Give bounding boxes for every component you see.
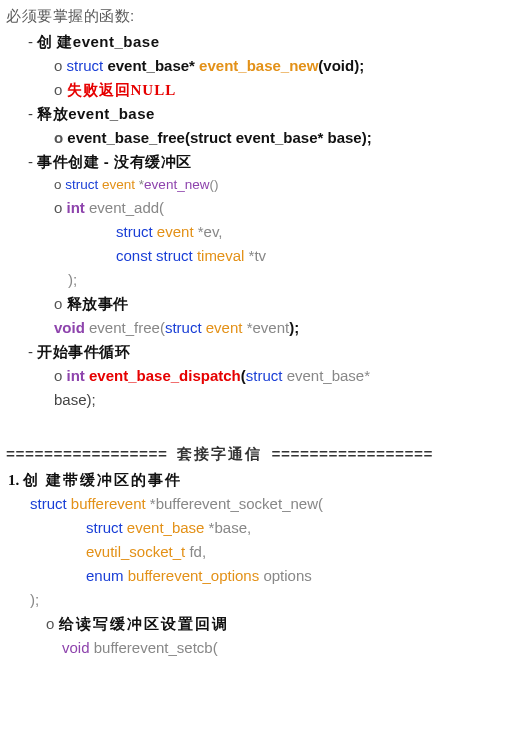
kw-void: void — [62, 639, 90, 656]
code-line: struct bufferevent *bufferevent_socket_n… — [8, 492, 505, 516]
fn-name: bufferevent_setcb — [94, 639, 213, 656]
args: (void); — [318, 57, 364, 74]
kw-struct: struct — [67, 57, 104, 74]
code-line: int event_base_dispatch(struct event_bas… — [54, 364, 505, 412]
arg-line: const struct timeval *tv — [54, 244, 505, 268]
open-paren: ( — [159, 199, 164, 216]
item-label: 释放event_base — [37, 105, 155, 122]
red-note: 失败返回NULL — [67, 82, 177, 98]
rest: *event — [247, 319, 290, 336]
code-line: struct event *event_new() — [54, 174, 505, 196]
rest: options — [263, 567, 311, 584]
type: event — [157, 223, 198, 240]
rest: fd, — [189, 543, 206, 560]
sub-heading: 释放事件 void event_free(struct event *event… — [54, 292, 505, 340]
fn-name: bufferevent_socket_new — [156, 495, 318, 512]
type: bufferevent — [71, 495, 150, 512]
kw-struct: struct — [246, 367, 283, 384]
arg-line: enum bufferevent_options options — [8, 564, 505, 588]
fn-name: event_add — [89, 199, 159, 216]
fn-name: event_base_dispatch — [89, 367, 241, 384]
item-label: 事件创建 - 没有缓冲区 — [37, 153, 191, 170]
item-label: 开始事件循环 — [37, 343, 130, 360]
kw-const: const struct — [116, 247, 193, 264]
code-line: void bufferevent_setcb( — [46, 636, 505, 660]
kw-struct: struct — [116, 223, 153, 240]
eq-right: ================= — [262, 447, 433, 464]
paren: () — [209, 177, 218, 192]
close-paren: ); — [54, 268, 505, 292]
type: event_base* — [107, 57, 199, 74]
rest: *base, — [209, 519, 252, 536]
item-label: 创 建带缓冲区的事件 — [23, 472, 182, 488]
kw-int: int — [67, 367, 85, 384]
kw-struct: struct — [165, 319, 202, 336]
type: event — [102, 177, 139, 192]
item-event-create: 事件创建 - 没有缓冲区 struct event *event_new() i… — [28, 150, 505, 340]
open-paren: ( — [318, 495, 323, 512]
type: event_base — [127, 519, 209, 536]
fn-name: event_free — [89, 319, 160, 336]
code-line: void event_free(struct event *event); — [54, 316, 505, 340]
kw-struct: struct — [86, 519, 123, 536]
item-bufferevent: 1. 创 建带缓冲区的事件 struct bufferevent *buffer… — [8, 468, 505, 660]
kw-struct: struct — [30, 495, 67, 512]
code-line: event_base_free(struct event_base* base)… — [54, 126, 505, 150]
arg-line: evutil_socket_t fd, — [8, 540, 505, 564]
code-line-2: base); — [54, 388, 505, 412]
eq-left: ================= — [6, 447, 177, 464]
type: timeval — [197, 247, 249, 264]
divider-title: 套接字通信 — [177, 446, 262, 462]
kw-enum: enum — [86, 567, 124, 584]
code-line: int event_add( struct event *ev, const s… — [54, 196, 505, 292]
rest: event_base* — [287, 367, 370, 384]
num-marker: 1. — [8, 472, 19, 488]
arg-line: struct event_base *base, — [8, 516, 505, 540]
sub-heading: 给读写缓冲区设置回调 void bufferevent_setcb( — [46, 612, 505, 660]
kw-void: void — [54, 319, 85, 336]
divider-line: ================= 套接字通信 ================… — [6, 442, 505, 468]
rest: *tv — [249, 247, 267, 264]
type: event — [206, 319, 247, 336]
rest: *ev, — [198, 223, 223, 240]
fn-name: event_base_new — [199, 57, 318, 74]
label: 给读写缓冲区设置回调 — [59, 616, 229, 632]
kw-int: int — [67, 199, 85, 216]
item-free-base: 释放event_base event_base_free(struct even… — [28, 102, 505, 150]
code-line: struct event_base* event_base_new(void); — [54, 54, 505, 78]
fn-name: event_new — [144, 177, 209, 192]
label: 释放事件 — [67, 295, 129, 312]
arg-line: struct event *ev, — [54, 220, 505, 244]
open-paren: ( — [213, 639, 218, 656]
kw-struct: struct — [65, 177, 98, 192]
close-paren: ); — [8, 588, 505, 612]
note-line: 失败返回NULL — [54, 78, 505, 102]
item-event-loop: 开始事件循环 int event_base_dispatch(struct ev… — [28, 340, 505, 412]
item-label: 创 建event_base — [37, 33, 159, 50]
fn-name: event_base_free — [67, 129, 185, 146]
fn-name: evutil_socket_t — [86, 543, 185, 560]
args: (struct event_base* base); — [185, 129, 372, 146]
item-create-base: 创 建event_base struct event_base* event_b… — [28, 30, 505, 102]
section-heading: 必须要掌握的函数: — [6, 4, 505, 28]
close: ); — [289, 319, 299, 336]
type: bufferevent_options — [128, 567, 264, 584]
